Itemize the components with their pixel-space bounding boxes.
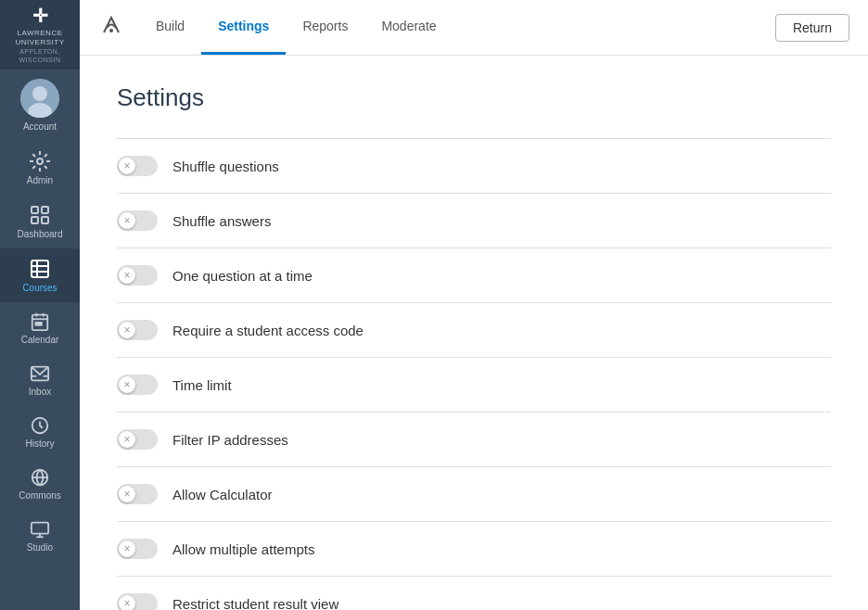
- setting-shuffle-answers[interactable]: Shuffle answers: [117, 194, 831, 248]
- toggle-track: [117, 593, 158, 610]
- svg-rect-5: [42, 207, 48, 213]
- svg-rect-7: [42, 217, 48, 223]
- sidebar-item-label-studio: Studio: [27, 542, 53, 553]
- commons-icon: [30, 467, 50, 488]
- toggle-one-question[interactable]: [117, 265, 158, 286]
- sidebar-item-account[interactable]: Account: [0, 70, 80, 141]
- toggle-knob: [119, 267, 135, 284]
- toggle-multiple-attempts[interactable]: [117, 539, 158, 559]
- setting-label-filter-ip: Filter IP addresses: [172, 432, 288, 448]
- toggle-track: [117, 429, 158, 450]
- settings-list: Shuffle questions Shuffle answers One qu…: [117, 138, 831, 610]
- toggle-knob: [119, 212, 135, 229]
- setting-time-limit[interactable]: Time limit: [117, 358, 831, 413]
- toggle-shuffle-answers[interactable]: [117, 210, 158, 231]
- inbox-icon: [30, 363, 50, 384]
- sidebar-item-label-calendar: Calendar: [21, 335, 59, 345]
- sidebar-item-history[interactable]: History: [0, 406, 80, 458]
- toggle-calculator[interactable]: [117, 484, 158, 504]
- sidebar: ✛ LAWRENCEUNIVERSITYAPPLETON, WISCONSIN …: [0, 0, 80, 610]
- sidebar-item-label-commons: Commons: [19, 490, 61, 501]
- sidebar-item-label-courses: Courses: [22, 283, 57, 293]
- setting-label-restrict-result: Restrict student result view: [172, 596, 338, 611]
- toggle-track: [117, 484, 158, 504]
- tab-build[interactable]: Build: [139, 0, 201, 55]
- svg-rect-4: [32, 207, 38, 213]
- sidebar-item-dashboard[interactable]: Dashboard: [0, 195, 80, 248]
- launch-icon: [98, 12, 124, 44]
- setting-label-time-limit: Time limit: [172, 377, 232, 393]
- page-title: Settings: [117, 83, 831, 112]
- university-logo-icon: ✛: [32, 5, 48, 27]
- toggle-knob: [119, 322, 135, 338]
- setting-label-one-question: One question at a time: [172, 268, 313, 284]
- toggle-knob: [119, 595, 135, 610]
- sidebar-item-label-dashboard: Dashboard: [18, 229, 63, 239]
- dashboard-icon: [29, 204, 51, 226]
- toggle-track: [117, 320, 158, 340]
- sidebar-item-calendar[interactable]: Calendar: [0, 302, 80, 354]
- university-name: LAWRENCEUNIVERSITYAPPLETON, WISCONSIN: [0, 29, 80, 64]
- return-button[interactable]: Return: [775, 14, 849, 42]
- tab-settings[interactable]: Settings: [201, 0, 286, 55]
- sidebar-item-label-inbox: Inbox: [29, 387, 51, 397]
- avatar: [20, 79, 59, 118]
- toggle-track: [117, 375, 158, 395]
- toggle-knob: [119, 540, 135, 557]
- top-navigation: Build Settings Reports Moderate Return: [80, 0, 868, 56]
- setting-one-question[interactable]: One question at a time: [117, 248, 831, 303]
- history-icon: [30, 415, 50, 436]
- toggle-filter-ip[interactable]: [117, 429, 158, 450]
- main-content: Build Settings Reports Moderate Return S…: [80, 0, 868, 610]
- toggle-access-code[interactable]: [117, 320, 158, 340]
- svg-point-27: [109, 29, 113, 32]
- sidebar-item-commons[interactable]: Commons: [0, 458, 80, 510]
- toggle-track: [117, 265, 158, 286]
- calendar-icon: [30, 311, 50, 332]
- svg-rect-8: [32, 261, 48, 277]
- sidebar-item-label-history: History: [25, 438, 54, 449]
- toggle-track: [117, 156, 158, 176]
- svg-rect-24: [32, 523, 48, 534]
- svg-rect-17: [39, 323, 42, 325]
- setting-shuffle-questions[interactable]: Shuffle questions: [117, 139, 831, 194]
- sidebar-item-inbox[interactable]: Inbox: [0, 354, 80, 406]
- sidebar-item-admin[interactable]: Admin: [0, 141, 80, 195]
- toggle-time-limit[interactable]: [117, 375, 158, 395]
- svg-rect-6: [32, 217, 38, 223]
- setting-label-shuffle-questions: Shuffle questions: [172, 159, 279, 174]
- courses-icon: [29, 258, 51, 280]
- svg-point-1: [32, 86, 47, 101]
- admin-icon: [29, 150, 51, 172]
- toggle-track: [117, 539, 158, 559]
- studio-icon: [30, 519, 50, 540]
- tab-moderate[interactable]: Moderate: [364, 0, 453, 55]
- setting-label-shuffle-answers: Shuffle answers: [172, 213, 271, 229]
- sidebar-item-courses[interactable]: Courses: [0, 248, 80, 302]
- toggle-knob: [119, 158, 135, 174]
- svg-point-3: [37, 159, 43, 164]
- toggle-track: [117, 210, 158, 231]
- sidebar-logo: ✛ LAWRENCEUNIVERSITYAPPLETON, WISCONSIN: [0, 0, 80, 70]
- toggle-shuffle-questions[interactable]: [117, 156, 158, 176]
- nav-tabs: Build Settings Reports Moderate: [139, 0, 775, 55]
- sidebar-item-label-admin: Admin: [27, 175, 53, 185]
- toggle-restrict-result[interactable]: [117, 593, 158, 610]
- setting-label-calculator: Allow Calculator: [172, 487, 273, 502]
- sidebar-item-studio[interactable]: Studio: [0, 510, 80, 562]
- setting-filter-ip[interactable]: Filter IP addresses: [117, 413, 831, 467]
- setting-restrict-result[interactable]: Restrict student result view: [117, 577, 831, 610]
- toggle-knob: [119, 376, 135, 393]
- sidebar-item-label-account: Account: [23, 121, 57, 132]
- setting-label-multiple-attempts: Allow multiple attempts: [172, 541, 314, 557]
- tab-reports[interactable]: Reports: [286, 0, 364, 55]
- toggle-knob: [119, 431, 135, 448]
- setting-multiple-attempts[interactable]: Allow multiple attempts: [117, 522, 831, 577]
- setting-access-code[interactable]: Require a student access code: [117, 303, 831, 358]
- settings-content: Settings Shuffle questions Shuffle answe…: [80, 56, 868, 610]
- toggle-knob: [119, 486, 135, 502]
- setting-calculator[interactable]: Allow Calculator: [117, 467, 831, 522]
- setting-label-access-code: Require a student access code: [172, 323, 364, 338]
- svg-rect-16: [35, 323, 38, 325]
